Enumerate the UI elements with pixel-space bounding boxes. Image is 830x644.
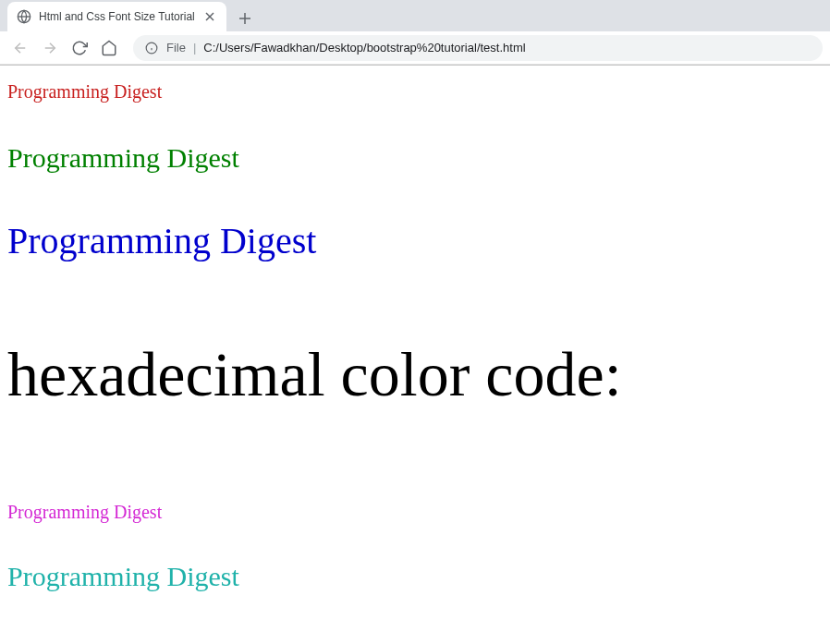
text-line-4: Programming Digest [7, 501, 823, 523]
page-content: Programming Digest Programming Digest Pr… [0, 66, 830, 644]
url-text: C:/Users/Fawadkhan/Desktop/bootstrap%20t… [203, 41, 812, 55]
text-line-6: Programming Digest [7, 638, 823, 644]
url-divider: | [193, 41, 196, 55]
address-bar[interactable]: File | C:/Users/Fawadkhan/Desktop/bootst… [133, 35, 823, 61]
text-line-3: Programming Digest [7, 219, 823, 263]
browser-tab[interactable]: Html and Css Font Size Tutorial [7, 2, 226, 31]
reload-button[interactable] [67, 35, 92, 61]
url-scheme-label: File [166, 41, 186, 55]
new-tab-button[interactable] [232, 6, 258, 31]
browser-chrome: Html and Css Font Size Tutorial [0, 0, 830, 66]
globe-icon [17, 9, 31, 24]
text-line-2: Programming Digest [7, 141, 823, 175]
text-line-5: Programming Digest [7, 560, 823, 593]
toolbar: File | C:/Users/Fawadkhan/Desktop/bootst… [0, 31, 830, 65]
forward-button[interactable] [37, 35, 63, 61]
heading-hexadecimal: hexadecimal color code: [7, 337, 823, 413]
close-icon[interactable] [202, 9, 217, 24]
text-line-1: Programming Digest [7, 80, 823, 103]
tab-bar: Html and Css Font Size Tutorial [0, 0, 830, 31]
back-button[interactable] [7, 35, 33, 61]
tab-title: Html and Css Font Size Tutorial [39, 10, 195, 23]
home-button[interactable] [96, 35, 122, 61]
info-icon [144, 41, 159, 55]
